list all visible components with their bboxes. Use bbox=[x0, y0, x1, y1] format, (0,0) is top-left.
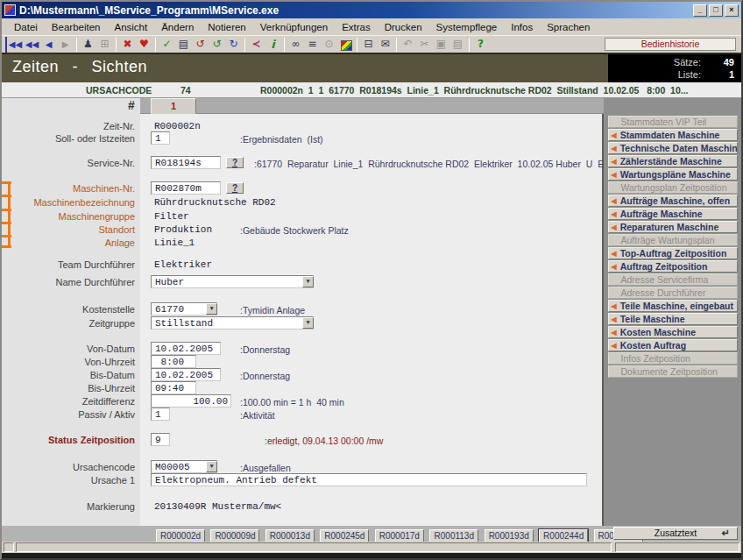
dropdown-arrow-icon[interactable]: ▼ bbox=[302, 317, 314, 329]
record-button[interactable]: R000193d bbox=[485, 529, 534, 542]
jump-arrow-icon: ◀ bbox=[612, 329, 617, 337]
sidebar-item-auftraege-maschine[interactable]: ◀Aufträge Maschine bbox=[608, 208, 738, 220]
menu-ansicht[interactable]: Ansicht bbox=[107, 20, 154, 34]
sidebar-item-reparaturen-maschine[interactable]: ◀Reparaturen Maschine bbox=[608, 221, 738, 233]
sidebar-item-auftraege-maschine-offen[interactable]: ◀Aufträge Maschine, offen bbox=[608, 195, 738, 207]
zeit-nr-label: Zeit-Nr. bbox=[2, 121, 135, 131]
minimize-button[interactable]: _ bbox=[693, 4, 707, 17]
menu-drucken[interactable]: Drucken bbox=[378, 20, 429, 34]
sidebar-item-kosten-auftrag[interactable]: ◀Kosten Auftrag bbox=[608, 339, 738, 351]
record-button-active[interactable]: R000244d bbox=[539, 529, 588, 542]
sidebar-item-top-auftrag-zeitposition[interactable]: ◀Top-Auftrag Zeitposition bbox=[608, 247, 738, 259]
title-bar: D:\Mustermann\_MService_Programm\MServic… bbox=[2, 2, 741, 18]
row-maschinenbezeichnung: Maschinenbezeichnung Rührdrucknutsche RD… bbox=[2, 195, 602, 209]
name-durchfuehrer-select[interactable]: Huber ▼ bbox=[151, 275, 314, 288]
row-bis-uhrzeit: Bis-Uhrzeit 09:40 bbox=[2, 381, 602, 395]
sidebar-item-infos-zeitposition: Infos Zeitposition bbox=[608, 352, 738, 365]
nav-prev-icon[interactable]: ◀ bbox=[40, 37, 57, 53]
von-uhrzeit-input[interactable]: 8:00 bbox=[151, 355, 196, 368]
row-service-nr: Service-Nr. R018194s ? :61770 Reparatur … bbox=[2, 156, 602, 170]
chart-icon[interactable] bbox=[337, 37, 354, 53]
menu-extras[interactable]: Extras bbox=[335, 20, 378, 34]
binoculars-icon[interactable]: ∞ bbox=[287, 37, 304, 53]
sidebar-item-stammdaten-maschine[interactable]: ◀Stammdaten Maschine bbox=[608, 129, 738, 141]
bis-uhrzeit-input[interactable]: 09:40 bbox=[151, 381, 196, 394]
nav-first-icon[interactable]: ◀◀ bbox=[5, 37, 24, 53]
von-datum-label: Von-Datum bbox=[2, 344, 135, 354]
record-button[interactable]: R000002d bbox=[156, 529, 205, 542]
undo-green-icon[interactable]: ↺ bbox=[209, 37, 225, 53]
bedienhistorie-button[interactable]: Bedienhistorie bbox=[605, 38, 736, 51]
kostenstelle-select[interactable]: 61770 ▼ bbox=[151, 302, 217, 315]
nav-prev-fast-icon[interactable]: ◀◀ bbox=[24, 37, 40, 53]
ursachencode-select[interactable]: M00005 ▼ bbox=[151, 460, 217, 473]
sidebar-item-wartungsplaene-maschine[interactable]: ◀Wartungspläne Maschine bbox=[608, 168, 738, 181]
maschinen-nr-input[interactable]: R002870m bbox=[151, 181, 221, 195]
zeitgruppe-select[interactable]: Stillstand ▼ bbox=[151, 316, 314, 330]
anlage-label: Anlage bbox=[2, 237, 135, 248]
form-icon[interactable]: ▤ bbox=[175, 37, 192, 53]
undo-red-icon[interactable]: ↺ bbox=[192, 37, 209, 53]
record-button[interactable]: R000009d bbox=[210, 529, 259, 542]
link-icon[interactable]: ≺ bbox=[248, 37, 265, 53]
passiv-aktiv-label: Passiv / Aktiv bbox=[2, 409, 135, 420]
redo-blue-icon[interactable]: ↻ bbox=[225, 37, 242, 53]
tab-1[interactable]: 1 bbox=[151, 98, 196, 114]
von-datum-input[interactable]: 10.02.2005 bbox=[151, 342, 221, 355]
menu-bearbeiten[interactable]: Bearbeiten bbox=[45, 20, 108, 34]
menu-systempflege[interactable]: Systempflege bbox=[429, 20, 505, 34]
statusbar-segment bbox=[615, 542, 739, 552]
heart-icon[interactable]: ♥ bbox=[136, 37, 152, 53]
menu-datei[interactable]: Datei bbox=[7, 20, 45, 34]
stamp-icon[interactable]: ♟ bbox=[80, 37, 96, 53]
passiv-aktiv-input[interactable]: 1 bbox=[151, 408, 170, 421]
sidebar-item-teile-maschine[interactable]: ◀Teile Maschine bbox=[608, 313, 738, 325]
bis-datum-input[interactable]: 10.02.2005 bbox=[151, 368, 221, 381]
ursachcode-label: URSACHCODE bbox=[86, 85, 152, 96]
row-maschinen-nr: Maschinen-Nr. R002870m ? bbox=[2, 181, 602, 195]
record-button[interactable]: R000017d bbox=[375, 529, 424, 542]
sidebar-item-teile-maschine-eingebaut[interactable]: ◀Teile Maschine, eingebaut bbox=[608, 300, 738, 312]
dropdown-arrow-icon[interactable]: ▼ bbox=[206, 303, 217, 315]
dropdown-arrow-icon[interactable]: ▼ bbox=[302, 276, 314, 287]
menu-verknuepfungen[interactable]: Verknüpfungen bbox=[253, 20, 335, 34]
saetze-value: 49 bbox=[701, 56, 734, 68]
list-icon[interactable]: ≡ bbox=[304, 37, 321, 53]
maschinen-nr-help-button[interactable]: ? bbox=[226, 182, 244, 194]
maximize-button[interactable]: □ bbox=[709, 4, 723, 17]
help-icon[interactable]: ? bbox=[472, 37, 489, 53]
statusbar-segment bbox=[16, 542, 612, 552]
zeit-nr-value: R000002n bbox=[154, 121, 201, 131]
service-nr-label: Service-Nr. bbox=[2, 158, 135, 168]
record-button[interactable]: R000013d bbox=[265, 529, 315, 542]
dropdown-arrow-icon[interactable]: ▼ bbox=[206, 461, 217, 472]
row-zeitdifferenz: Zeitdifferenz 100.00 :100.00 min = 1 h 4… bbox=[2, 394, 602, 408]
sidebar-item-technische-daten-maschine[interactable]: ◀Technische Daten Maschine bbox=[608, 142, 738, 154]
soll-ist-input[interactable]: 1 bbox=[151, 131, 170, 145]
sidebar-item-zaehlerstaende-maschine[interactable]: ◀Zählerstände Maschine bbox=[608, 155, 738, 167]
zusatztext-button[interactable]: Zusatztext ↵ bbox=[613, 527, 738, 540]
bis-uhrzeit-label: Bis-Uhrzeit bbox=[2, 383, 135, 393]
zeitdifferenz-input[interactable]: 100.00 bbox=[151, 394, 231, 408]
confirm-check-icon[interactable]: ✓ bbox=[159, 37, 175, 53]
menu-infos[interactable]: Infos bbox=[504, 20, 540, 34]
status-zeitposition-input[interactable]: 9 bbox=[151, 433, 170, 446]
ursache1-input[interactable]: Elektropneum. Antrieb defekt bbox=[151, 473, 587, 486]
print-icon[interactable]: ⊟ bbox=[360, 37, 377, 53]
menu-sprachen[interactable]: Sprachen bbox=[540, 20, 597, 34]
service-nr-input[interactable]: R018194s bbox=[151, 156, 221, 169]
close-button[interactable]: × bbox=[725, 4, 739, 17]
status-zeitposition-label: Status Zeitposition bbox=[2, 435, 135, 445]
menu-notieren[interactable]: Notieren bbox=[201, 20, 252, 34]
sidebar-item-kosten-maschine[interactable]: ◀Kosten Maschine bbox=[608, 326, 738, 338]
record-button[interactable]: R000113d bbox=[429, 529, 478, 542]
delete-icon[interactable]: ✖ bbox=[119, 37, 136, 53]
service-nr-help-button[interactable]: ? bbox=[226, 157, 244, 168]
mail-icon[interactable]: ✉ bbox=[377, 37, 393, 53]
info-icon[interactable]: i bbox=[265, 37, 281, 53]
menu-aendern[interactable]: Ändern bbox=[154, 20, 201, 34]
record-button[interactable]: R000245d bbox=[320, 529, 369, 542]
jump-sidebar: Stammdaten VIP Teil ◀Stammdaten Maschine… bbox=[604, 98, 741, 526]
sidebar-item-auftrag-zeitposition[interactable]: ◀Auftrag Zeitposition bbox=[608, 260, 738, 273]
passiv-aktiv-comment: :Aktivität bbox=[240, 410, 275, 421]
